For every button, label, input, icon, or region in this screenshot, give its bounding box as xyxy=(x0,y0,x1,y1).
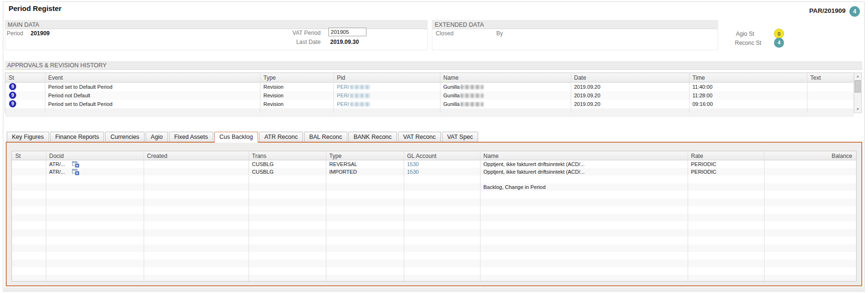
scrollbar-thumb[interactable] xyxy=(855,80,861,93)
cell-name: Gunilla xyxy=(443,93,483,98)
col-event[interactable]: Event xyxy=(48,74,63,81)
tab-key-figures[interactable]: Key Figures xyxy=(7,132,49,142)
history-row[interactable]: 9 Period not Default Revision PER/ Gunil… xyxy=(5,91,854,100)
tab-cus-backlog[interactable]: Cus Backlog xyxy=(214,132,258,143)
column-divider xyxy=(404,151,404,281)
column-divider xyxy=(480,151,481,281)
redacted-name xyxy=(460,94,483,98)
gl-account-link[interactable]: 1530 xyxy=(407,169,418,175)
cell-pid[interactable]: PER/ xyxy=(337,84,370,90)
reconc-st-label: Reconc St xyxy=(735,40,761,46)
cell-trans: CUSBLG xyxy=(252,169,273,175)
open-document-icon[interactable] xyxy=(72,161,79,167)
tab-vat-reconc[interactable]: VAT Reconc xyxy=(398,132,441,142)
period-label: Period xyxy=(7,30,23,37)
cell-rate: PERIODIC xyxy=(691,161,716,167)
approvals-history-table: St Event Type Pid Name Date Time Text 9 … xyxy=(5,73,854,113)
col-gl-account[interactable]: GL Account xyxy=(407,153,437,159)
redacted-pid xyxy=(350,102,370,106)
col-balance[interactable]: Balance xyxy=(832,153,852,159)
redacted-name xyxy=(460,102,483,106)
pid-link[interactable]: PER/ xyxy=(337,93,349,98)
status-badge: 9 xyxy=(9,100,16,107)
period-register-page: Period Register PAR/201909 4 MAIN DATA P… xyxy=(0,0,868,293)
closed-label: Closed xyxy=(436,30,453,37)
open-document-icon[interactable] xyxy=(72,168,79,175)
vat-period-label: VAT Period xyxy=(273,30,321,36)
cell-name: Opptjent, ikke fakturert driftsinntekt (… xyxy=(483,161,585,167)
extended-data-panel: EXTENDED DATA xyxy=(432,20,718,50)
period-value: 201909 xyxy=(31,30,50,37)
tab-fixed-assets[interactable]: Fixed Assets xyxy=(169,132,213,142)
tab-bal-reconc[interactable]: BAL Reconc xyxy=(304,132,347,142)
user-name: Gunilla xyxy=(443,101,460,107)
last-date-label: Last Date xyxy=(273,39,321,45)
reconc-st-badge: 4 xyxy=(774,38,784,48)
column-divider xyxy=(326,151,326,281)
history-row[interactable]: 9 Period set to Default Period Revision … xyxy=(5,100,854,108)
tab-currencies[interactable]: Currencies xyxy=(105,132,144,142)
cell-time: 09:16:00 xyxy=(692,101,713,107)
col-name[interactable]: Name xyxy=(443,74,459,81)
backlog-row[interactable]: ATR/... CUSBLG IMPORTED 1530 Opptjent, i… xyxy=(12,168,856,176)
col-created[interactable]: Created xyxy=(147,153,167,159)
record-status-badge: 4 xyxy=(849,6,860,17)
cell-docid[interactable]: ATR/... xyxy=(49,161,65,167)
bottom-strip xyxy=(4,287,864,291)
cell-date: 2019.09.20 xyxy=(574,101,600,107)
col-type[interactable]: Type xyxy=(329,153,342,159)
col-rate[interactable]: Rate xyxy=(691,153,703,159)
cell-docid[interactable]: ATR/... xyxy=(49,169,65,175)
col-st[interactable]: St xyxy=(9,74,14,81)
scroll-up-icon[interactable]: ▲ xyxy=(854,73,861,80)
backlog-row[interactable]: Backlog, Change in Period xyxy=(12,183,856,191)
col-time[interactable]: Time xyxy=(692,74,705,81)
column-divider xyxy=(46,151,46,281)
history-row[interactable]: 9 Period set to Default Period Revision … xyxy=(5,83,854,91)
col-type[interactable]: Type xyxy=(263,74,276,81)
col-trans[interactable]: Trans xyxy=(252,153,266,159)
approvals-history-header: APPROVALS & REVISION HISTORY xyxy=(5,61,862,70)
detail-tabs: Key Figures Finance Reports Currencies A… xyxy=(7,132,478,142)
cell-date: 2019.09.20 xyxy=(574,84,600,90)
col-name[interactable]: Name xyxy=(483,153,499,159)
last-date-value: 2019.09.30 xyxy=(330,39,359,45)
column-divider xyxy=(144,151,144,281)
cell-event: Period set to Default Period xyxy=(48,101,113,107)
cus-backlog-table: St Docid Created Trans Type GL Account N… xyxy=(11,151,857,282)
col-st[interactable]: St xyxy=(15,153,21,159)
column-divider xyxy=(260,73,261,113)
gl-account-link[interactable]: 1530 xyxy=(407,161,418,167)
col-pid[interactable]: Pid xyxy=(337,74,345,81)
tab-agio[interactable]: Agio xyxy=(146,132,168,142)
history-scrollbar[interactable]: ▲ ▼ xyxy=(854,73,862,113)
pid-link[interactable]: PER/ xyxy=(337,84,349,90)
column-divider xyxy=(45,73,45,113)
tab-finance-reports[interactable]: Finance Reports xyxy=(50,132,105,142)
col-text[interactable]: Text xyxy=(810,74,821,81)
column-divider xyxy=(764,151,764,281)
cell-pid[interactable]: PER/ xyxy=(337,93,370,98)
cell-type: Revision xyxy=(263,101,283,107)
redacted-pid xyxy=(350,85,370,89)
backlog-row[interactable]: ATR/... CUSBLG REVERSAL 1530 Opptjent, i… xyxy=(12,160,856,168)
tab-atr-reconc[interactable]: ATR Reconc xyxy=(259,132,303,142)
user-name: Gunilla xyxy=(443,84,460,90)
col-docid[interactable]: Docid xyxy=(49,153,64,159)
cell-name: Opptjent, ikke fakturert driftsinntekt (… xyxy=(483,169,585,175)
vat-period-input[interactable] xyxy=(328,28,366,36)
column-divider xyxy=(688,151,688,281)
cell-trans: CUSBLG xyxy=(252,161,273,167)
cell-pid[interactable]: PER/ xyxy=(337,101,370,107)
pid-link[interactable]: PER/ xyxy=(337,101,349,107)
tab-bank-reconc[interactable]: BANK Reconc xyxy=(348,132,397,142)
cell-type: REVERSAL xyxy=(329,161,357,167)
cell-name: Backlog, Change in Period xyxy=(483,184,545,190)
cell-name: Gunilla xyxy=(443,101,483,107)
cell-type: Revision xyxy=(263,93,283,98)
cell-type: IMPORTED xyxy=(329,169,357,175)
tab-vat-spec[interactable]: VAT Spec xyxy=(442,132,478,142)
col-date[interactable]: Date xyxy=(574,74,586,81)
scroll-down-icon[interactable]: ▼ xyxy=(854,106,861,113)
redacted-name xyxy=(460,85,483,89)
